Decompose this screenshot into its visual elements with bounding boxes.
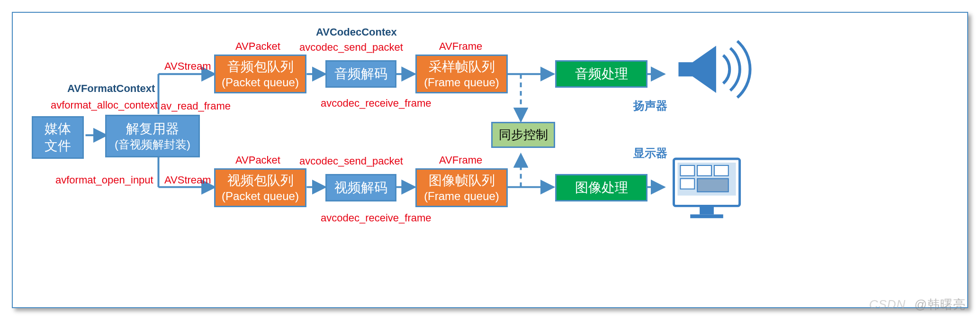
label-display: 显示器 (633, 146, 667, 161)
box-audio-processing: 音频处理 (555, 60, 647, 88)
svg-rect-24 (690, 214, 723, 218)
box-video-decode: 视频解码 (325, 174, 396, 201)
text-video-pkt-l2: (Packet queue) (222, 190, 299, 203)
label-avformat-open-input: avformat_open_input (55, 174, 153, 186)
label-avformatcontext: AVFormatContext (67, 82, 155, 95)
box-audio-decode: 音频解码 (325, 60, 396, 88)
label-avframe-top: AVFrame (439, 40, 482, 53)
svg-rect-19 (697, 165, 711, 176)
svg-rect-23 (700, 206, 714, 214)
text-audio-proc: 音频处理 (575, 65, 628, 82)
watermark-csdn: CSDN (869, 297, 906, 311)
text-video-frame-l1: 图像帧队列 (429, 172, 495, 189)
box-video-processing: 图像处理 (555, 174, 647, 201)
text-audio-pkt-l1: 音频包队列 (227, 58, 294, 75)
text-demux-l1: 解复用器 (126, 120, 179, 137)
box-audio-packet-queue: 音频包队列 (Packet queue) (214, 55, 306, 93)
box-video-frame-queue: 图像帧队列 (Frame queue) (415, 168, 508, 207)
label-av-read-frame: av_read_frame (161, 100, 231, 112)
box-demux: 解复用器 (音视频解封装) (105, 115, 200, 157)
label-avstream-bot: AVStream (164, 174, 211, 186)
svg-rect-18 (680, 165, 694, 176)
svg-rect-20 (714, 165, 728, 176)
label-avframe-bot: AVFrame (439, 154, 482, 166)
label-avcodec-send-packet-top: avcodec_send_packet (299, 41, 403, 54)
text-audio-pkt-l2: (Packet queue) (222, 76, 299, 90)
text-video-frame-l2: (Frame queue) (424, 190, 499, 203)
svg-rect-17 (677, 163, 736, 196)
svg-rect-16 (674, 159, 740, 206)
svg-rect-21 (680, 179, 694, 189)
label-avpacket-top: AVPacket (235, 40, 280, 53)
text-audio-frame-l1: 采样帧队列 (429, 58, 495, 75)
text-sync: 同步控制 (499, 127, 548, 143)
text-video-decode: 视频解码 (334, 179, 387, 196)
label-avcodec-receive-frame-bot: avcodec_receive_frame (321, 212, 432, 224)
box-media-file: 媒体 文件 (32, 116, 84, 159)
box-sync-control: 同步控制 (491, 122, 555, 148)
text-media-l1: 媒体 (45, 120, 71, 137)
text-video-proc: 图像处理 (575, 179, 628, 196)
text-media-l2: 文件 (45, 137, 71, 155)
label-avcodec-send-packet-bot: avcodec_send_packet (299, 155, 403, 167)
label-avpacket-bot: AVPacket (235, 154, 280, 166)
text-audio-decode: 音频解码 (334, 65, 387, 82)
watermark: CSDN @韩曙亮 (869, 296, 966, 313)
text-video-pkt-l1: 视频包队列 (227, 172, 294, 189)
text-audio-frame-l2: (Frame queue) (424, 76, 499, 90)
label-avcodec-receive-frame-top: avcodec_receive_frame (321, 97, 432, 110)
diagram-frame: 媒体 文件 解复用器 (音视频解封装) 音频包队列 (Packet queue)… (12, 12, 968, 308)
label-avstream-top: AVStream (164, 60, 211, 73)
svg-rect-22 (697, 179, 728, 192)
label-avformat-alloc-context: avformat_alloc_context (51, 99, 158, 111)
label-speaker: 扬声器 (633, 98, 667, 113)
box-audio-frame-queue: 采样帧队列 (Frame queue) (415, 55, 508, 93)
box-video-packet-queue: 视频包队列 (Packet queue) (214, 168, 306, 207)
watermark-author: @韩曙亮 (915, 297, 966, 311)
svg-marker-15 (678, 46, 716, 93)
label-avcodeccontext: AVCodecContex (316, 26, 397, 38)
text-demux-l2: (音视频解封装) (115, 138, 190, 152)
